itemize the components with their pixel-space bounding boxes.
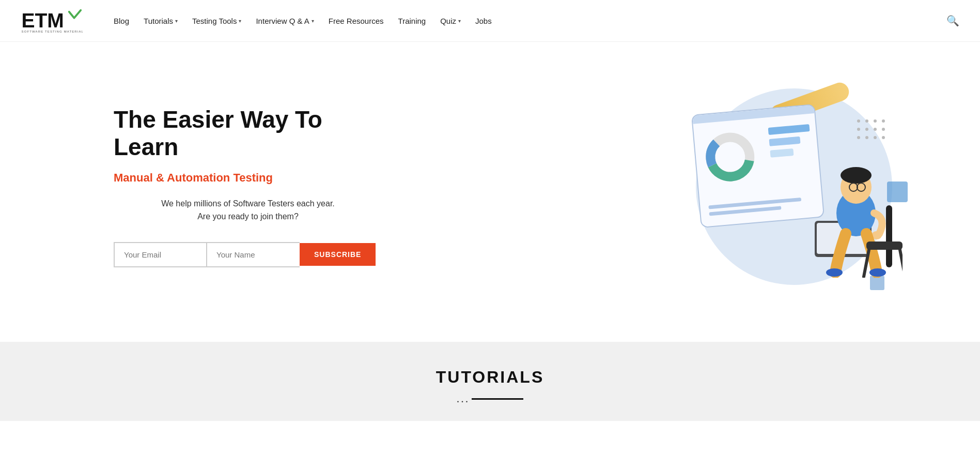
underline-dots: ... (457, 392, 470, 405)
hero-description: We help millions of Software Testers eac… (114, 197, 382, 223)
nav-link-quiz[interactable]: Quiz ▾ (440, 17, 461, 25)
illustration-person (799, 133, 903, 280)
svg-point-10 (826, 268, 843, 277)
email-field[interactable] (114, 242, 207, 267)
nav-item-free-resources[interactable]: Free Resources (329, 17, 384, 25)
bar-2 (769, 137, 801, 146)
nav-item-testing-tools[interactable]: Testing Tools ▾ (192, 17, 241, 25)
nav-link-blog[interactable]: Blog (114, 17, 129, 25)
tutorials-underline: ... (21, 392, 959, 405)
hero-illustration (670, 78, 918, 295)
svg-point-11 (869, 268, 886, 277)
logo-svg: ETM SOFTWARE TESTING MATERIAL (21, 5, 83, 36)
donut-chart (702, 129, 758, 187)
subscribe-button[interactable]: SUBSCRIBE (300, 243, 376, 266)
chevron-down-icon: ▾ (175, 18, 178, 24)
svg-point-5 (717, 144, 743, 171)
hero-section: The Easier Way To Learn Manual & Automat… (0, 42, 980, 342)
tutorials-section: TUTORIALS ... (0, 342, 980, 421)
illustration-lines (708, 198, 802, 216)
hero-subtitle: Manual & Automation Testing (114, 171, 382, 185)
line-1 (708, 198, 801, 209)
navbar: ETM SOFTWARE TESTING MATERIAL Blog Tutor… (0, 0, 980, 42)
chevron-down-icon: ▾ (458, 18, 461, 24)
nav-item-interview-qa[interactable]: Interview Q & A ▾ (256, 17, 314, 25)
chevron-down-icon: ▾ (312, 18, 314, 24)
svg-text:ETM: ETM (22, 9, 64, 32)
tutorials-title: TUTORIALS (21, 368, 959, 387)
logo[interactable]: ETM SOFTWARE TESTING MATERIAL (21, 5, 83, 36)
chevron-down-icon: ▾ (239, 18, 241, 24)
nav-link-interview-qa[interactable]: Interview Q & A ▾ (256, 17, 314, 25)
nav-item-blog[interactable]: Blog (114, 17, 129, 25)
donut-svg (702, 129, 758, 185)
svg-rect-18 (866, 241, 903, 250)
subscribe-form: SUBSCRIBE (114, 242, 382, 267)
nav-item-tutorials[interactable]: Tutorials ▾ (144, 17, 178, 25)
nav-link-testing-tools[interactable]: Testing Tools ▾ (192, 17, 241, 25)
hero-title: The Easier Way To Learn (114, 106, 382, 161)
svg-point-13 (841, 167, 872, 184)
nav-link-training[interactable]: Training (398, 17, 426, 25)
nav-item-training[interactable]: Training (398, 17, 426, 25)
person-svg (799, 133, 903, 278)
svg-line-20 (900, 250, 903, 277)
nav-link-tutorials[interactable]: Tutorials ▾ (144, 17, 178, 25)
illustration (675, 78, 913, 295)
svg-text:SOFTWARE TESTING MATERIAL: SOFTWARE TESTING MATERIAL (22, 30, 83, 33)
nav-links: Blog Tutorials ▾ Testing Tools ▾ Intervi… (114, 17, 946, 25)
underline-bar (472, 398, 523, 400)
nav-item-jobs[interactable]: Jobs (475, 17, 492, 25)
hero-content: The Easier Way To Learn Manual & Automat… (114, 106, 382, 267)
name-field[interactable] (207, 242, 300, 267)
svg-rect-17 (886, 205, 892, 267)
search-icon[interactable]: 🔍 (946, 14, 959, 27)
nav-link-free-resources[interactable]: Free Resources (329, 17, 384, 25)
bar-3 (770, 148, 794, 158)
nav-item-quiz[interactable]: Quiz ▾ (440, 17, 461, 25)
nav-link-jobs[interactable]: Jobs (475, 17, 492, 25)
